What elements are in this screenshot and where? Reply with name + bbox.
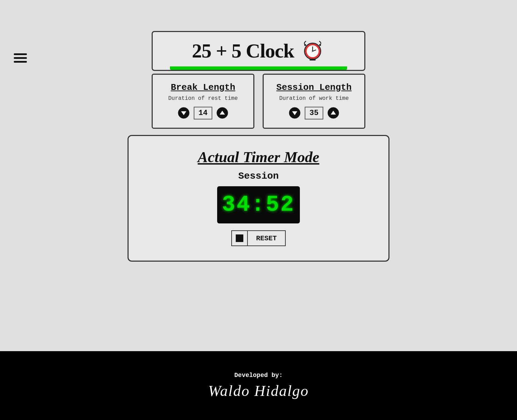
svg-point-8 xyxy=(319,44,321,46)
hamburger-line-3 xyxy=(14,61,27,63)
session-length-box: Session Length Duration of work time 35 xyxy=(263,74,365,129)
break-length-desc: Duration of rest time xyxy=(168,95,238,102)
svg-rect-10 xyxy=(310,59,316,61)
session-value-display: 35 xyxy=(305,107,323,119)
progress-bar xyxy=(170,66,347,70)
hamburger-line-2 xyxy=(14,57,27,59)
stop-icon xyxy=(236,234,243,242)
hamburger-line-1 xyxy=(14,53,27,55)
footer: Developed by: Waldo Hidalgo xyxy=(0,351,517,420)
svg-point-7 xyxy=(304,44,306,46)
down-arrow-icon-session xyxy=(289,107,301,119)
title-box: 25 + 5 Clock › xyxy=(152,31,365,71)
down-arrow-icon xyxy=(178,107,190,119)
session-length-label: Session Length xyxy=(276,82,352,93)
session-value-row: 35 xyxy=(288,106,340,119)
clock-icon: › xyxy=(300,38,325,63)
break-length-box: Break Length Duration of rest time 14 xyxy=(152,74,254,129)
break-decrement-button[interactable] xyxy=(177,106,190,119)
main-content: 25 + 5 Clock › xyxy=(0,0,517,262)
break-value-row: 14 xyxy=(177,106,229,119)
up-arrow-icon xyxy=(216,107,228,119)
break-value-display: 14 xyxy=(194,107,212,119)
controls-row: Break Length Duration of rest time 14 xyxy=(152,74,365,129)
hamburger-menu[interactable] xyxy=(14,53,27,63)
reset-button[interactable]: RESET xyxy=(247,230,286,246)
timer-section: Actual Timer Mode Session 34:52 RESET xyxy=(128,135,389,262)
footer-signature: Waldo Hidalgo xyxy=(208,382,309,400)
session-increment-button[interactable] xyxy=(327,106,340,119)
title-row: 25 + 5 Clock › xyxy=(192,38,325,63)
session-length-desc: Duration of work time xyxy=(279,95,349,102)
break-length-label: Break Length xyxy=(171,82,235,93)
footer-developed-by: Developed by: xyxy=(234,372,283,379)
timer-mode-title: Actual Timer Mode xyxy=(198,148,320,166)
svg-text:›: › xyxy=(312,49,313,54)
time-display: 34:52 xyxy=(222,192,295,217)
stop-button[interactable] xyxy=(231,230,247,246)
timer-controls: RESET xyxy=(231,230,286,246)
digital-display: 34:52 xyxy=(217,186,300,223)
app-title: 25 + 5 Clock xyxy=(192,39,294,62)
session-label: Session xyxy=(238,171,279,181)
session-decrement-button[interactable] xyxy=(288,106,301,119)
up-arrow-icon-session xyxy=(327,107,339,119)
break-increment-button[interactable] xyxy=(216,106,229,119)
